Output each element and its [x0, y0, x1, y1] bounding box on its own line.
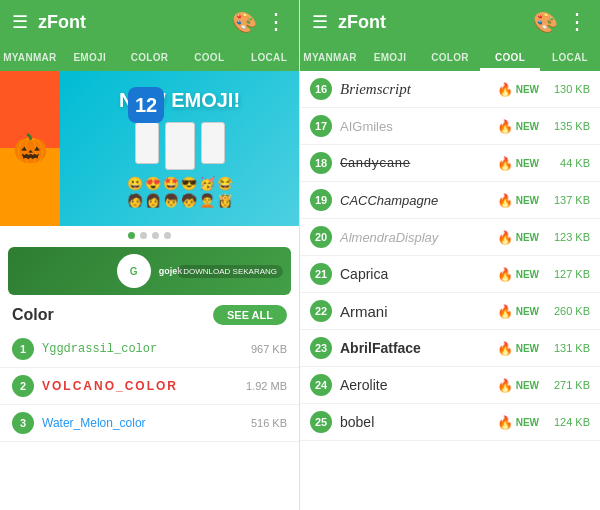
right-file-size-19: 137 KB [545, 194, 590, 206]
left-panel: ☰ zFont 🎨 ⋮ MYANMAR EMOJI COLOR COOL LOC… [0, 0, 300, 510]
right-font-num-20: 20 [310, 226, 332, 248]
left-topbar: ☰ zFont 🎨 ⋮ [0, 0, 299, 44]
right-panel: ☰ zFont 🎨 ⋮ MYANMAR EMOJI COLOR COOL LOC… [300, 0, 600, 510]
new-badge-24: 🔥NEW [497, 378, 539, 393]
new-badge-25: 🔥NEW [497, 415, 539, 430]
new-badge-19: 🔥NEW [497, 193, 539, 208]
right-font-item-23[interactable]: 23 AbrilFatface 🔥NEW 131 KB [300, 330, 600, 367]
left-font-list: 1 Yggdrassil_color 967 KB 2 VOLCANO_COLO… [0, 331, 299, 510]
right-topbar: ☰ zFont 🎨 ⋮ [300, 0, 600, 44]
right-font-item-19[interactable]: 19 CACChampagne 🔥NEW 137 KB [300, 182, 600, 219]
font-item-1[interactable]: 1 Yggdrassil_color 967 KB [0, 331, 299, 368]
dot-4 [164, 232, 171, 239]
right-font-name-20: AlmendraDisplay [340, 230, 497, 245]
see-all-button[interactable]: SEE ALL [213, 305, 287, 325]
right-file-size-25: 124 KB [545, 416, 590, 428]
left-tab-local[interactable]: LOCAL [239, 44, 299, 71]
right-menu-icon[interactable]: ⋮ [566, 9, 588, 35]
right-font-item-24[interactable]: 24 Aerolite 🔥NEW 271 KB [300, 367, 600, 404]
right-font-name-21: Caprica [340, 266, 497, 282]
right-font-item-18[interactable]: 18 Candycane 🔥NEW 44 KB [300, 145, 600, 182]
right-file-size-21: 127 KB [545, 268, 590, 280]
right-font-name-22: Armani [340, 303, 497, 320]
font-num-2: 2 [12, 375, 34, 397]
left-hamburger-icon[interactable]: ☰ [12, 11, 28, 33]
right-font-name-23: AbrilFatface [340, 340, 497, 356]
dot-2 [140, 232, 147, 239]
font-num-3: 3 [12, 412, 34, 434]
new-badge-20: 🔥NEW [497, 230, 539, 245]
right-font-name-18: Candycane [340, 156, 497, 171]
new-badge-16: 🔥NEW [497, 82, 539, 97]
right-file-size-18: 44 KB [545, 157, 590, 169]
left-menu-icon[interactable]: ⋮ [265, 9, 287, 35]
left-banner: 🎃 12 NEW EMOJI! 😀😍🤩😎🥳😂 🧑👩👦🧒🧑‍🦱👸 [0, 71, 299, 226]
ad-logo: G [117, 254, 151, 288]
right-tab-color[interactable]: COLOR [420, 44, 480, 71]
right-font-num-21: 21 [310, 263, 332, 285]
right-file-size-17: 135 KB [545, 120, 590, 132]
new-badge-17: 🔥NEW [497, 119, 539, 134]
right-file-size-23: 131 KB [545, 342, 590, 354]
right-palette-icon[interactable]: 🎨 [533, 10, 558, 34]
right-nav-tabs: MYANMAR EMOJI COLOR COOL LOCAL [300, 44, 600, 71]
right-font-list: 16 Briemscript 🔥NEW 130 KB 17 AIGmiles 🔥… [300, 71, 600, 510]
dot-3 [152, 232, 159, 239]
banner-dots [0, 226, 299, 243]
dot-1 [128, 232, 135, 239]
right-font-item-21[interactable]: 21 Caprica 🔥NEW 127 KB [300, 256, 600, 293]
right-tab-emoji[interactable]: EMOJI [360, 44, 420, 71]
right-font-item-20[interactable]: 20 AlmendraDisplay 🔥NEW 123 KB [300, 219, 600, 256]
left-tab-myanmar[interactable]: MYANMAR [0, 44, 60, 71]
right-font-num-18: 18 [310, 152, 332, 174]
right-file-size-20: 123 KB [545, 231, 590, 243]
font-name-3: Water_Melon_color [42, 416, 251, 430]
right-font-name-17: AIGmiles [340, 119, 497, 134]
right-file-size-22: 260 KB [545, 305, 590, 317]
right-font-item-16[interactable]: 16 Briemscript 🔥NEW 130 KB [300, 71, 600, 108]
left-nav-tabs: MYANMAR EMOJI COLOR COOL LOCAL [0, 44, 299, 71]
new-badge-21: 🔥NEW [497, 267, 539, 282]
right-font-item-22[interactable]: 22 Armani 🔥NEW 260 KB [300, 293, 600, 330]
section-title: Color [12, 306, 213, 324]
right-app-title: zFont [338, 12, 525, 33]
right-font-item-25[interactable]: 25 bobel 🔥NEW 124 KB [300, 404, 600, 441]
right-tab-cool[interactable]: COOL [480, 44, 540, 71]
ad-banner[interactable]: G gojek DOWNLOAD SEKARANG [8, 247, 291, 295]
right-font-num-24: 24 [310, 374, 332, 396]
right-font-item-17[interactable]: 17 AIGmiles 🔥NEW 135 KB [300, 108, 600, 145]
right-font-num-23: 23 [310, 337, 332, 359]
right-hamburger-icon[interactable]: ☰ [312, 11, 328, 33]
left-app-title: zFont [38, 12, 224, 33]
font-item-2[interactable]: 2 VOLCANO_COLOR 1.92 MB [0, 368, 299, 405]
right-font-name-19: CACChampagne [340, 193, 497, 208]
right-font-num-22: 22 [310, 300, 332, 322]
left-palette-icon[interactable]: 🎨 [232, 10, 257, 34]
right-file-size-16: 130 KB [545, 83, 590, 95]
right-tab-local[interactable]: LOCAL [540, 44, 600, 71]
left-tab-cool[interactable]: COOL [179, 44, 239, 71]
new-badge-18: 🔥NEW [497, 156, 539, 171]
new-badge-22: 🔥NEW [497, 304, 539, 319]
ad-download-btn[interactable]: DOWNLOAD SEKARANG [177, 265, 283, 278]
font-name-1: Yggdrassil_color [42, 342, 251, 356]
right-font-num-19: 19 [310, 189, 332, 211]
section-header: Color SEE ALL [0, 299, 299, 331]
right-font-name-24: Aerolite [340, 377, 497, 393]
font-name-2: VOLCANO_COLOR [42, 379, 246, 393]
right-font-num-17: 17 [310, 115, 332, 137]
font-size-3: 516 KB [251, 417, 287, 429]
new-badge-23: 🔥NEW [497, 341, 539, 356]
font-size-1: 967 KB [251, 343, 287, 355]
font-item-3[interactable]: 3 Water_Melon_color 516 KB [0, 405, 299, 442]
right-tab-myanmar[interactable]: MYANMAR [300, 44, 360, 71]
right-font-num-16: 16 [310, 78, 332, 100]
left-tab-emoji[interactable]: EMOJI [60, 44, 120, 71]
right-font-name-25: bobel [340, 414, 497, 430]
left-tab-color[interactable]: COLOR [120, 44, 180, 71]
right-file-size-24: 271 KB [545, 379, 590, 391]
font-size-2: 1.92 MB [246, 380, 287, 392]
right-font-num-25: 25 [310, 411, 332, 433]
font-num-1: 1 [12, 338, 34, 360]
right-font-name-16: Briemscript [340, 81, 497, 98]
